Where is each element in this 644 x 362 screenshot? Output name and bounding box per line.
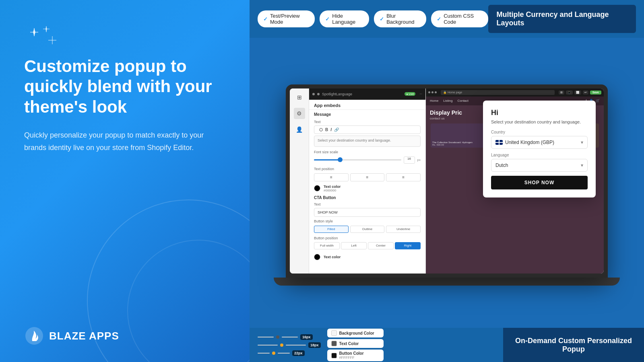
message-title: Message: [309, 110, 425, 118]
cta-text-input[interactable]: SHOP NOW: [314, 208, 421, 217]
nav-home[interactable]: Home: [430, 99, 438, 103]
sidebar-icon-gear[interactable]: ⚙: [294, 108, 305, 119]
fi-line-5: [258, 353, 270, 354]
text-color-label: Text color: [324, 185, 341, 189]
bg-color-label: Background Color: [339, 331, 374, 335]
color-controls: Background Color Text Color Button Color…: [327, 329, 384, 361]
bottom-right-text: On-Demand Custom Personalized Popup: [511, 337, 636, 354]
sub-text: Quickly personalize your popup to match …: [24, 129, 217, 154]
pos-center-btn[interactable]: Center: [368, 242, 394, 249]
top-bar-right: Multiple Currency and Language Layouts: [488, 5, 636, 33]
url-bar[interactable]: 🔒 Home page: [441, 90, 555, 95]
top-bar: ✓ Test/Preview Mode ✓ Hide Language ✓ Bl…: [250, 0, 644, 38]
fi-label-16: 16px: [300, 334, 313, 340]
product-card-1: The Collection Snowboard: Hydrogen Rs. 6…: [431, 123, 485, 148]
country-label: Country: [491, 130, 588, 134]
font-size-label: Font size scale: [309, 148, 425, 155]
background-color-control[interactable]: Background Color: [327, 329, 384, 337]
align-right-btn[interactable]: ≡: [386, 173, 421, 181]
toolbar-magic[interactable]: ⬡: [319, 128, 323, 132]
undo-icon[interactable]: ↩: [583, 90, 588, 95]
button-position-row: Full width Left Center Right: [309, 241, 425, 251]
laptop-container: ⊞ ⚙ 👤 SpotlightLanguage ● Live ···: [250, 38, 644, 328]
text-color-swatch[interactable]: [314, 185, 320, 191]
fi-label-18: 18px: [308, 342, 321, 348]
bottom-right: On-Demand Custom Personalized Popup: [503, 328, 644, 362]
fi-line-4: [286, 345, 306, 346]
product-price-1: Rs. 630.00: [432, 144, 483, 146]
cta-text-label: Text: [309, 201, 425, 207]
btn-color-swatch: [331, 353, 337, 358]
font-size-slider[interactable]: [314, 159, 401, 160]
badge-test-preview[interactable]: ✓ Test/Preview Mode: [258, 10, 315, 27]
style-outline-btn[interactable]: Outline: [350, 226, 385, 233]
blaze-logo-icon: [24, 326, 44, 346]
logo-text: BLAZE APPS: [49, 330, 119, 342]
style-filled-btn[interactable]: Filled: [314, 226, 349, 233]
pos-full-width-btn[interactable]: Full width: [314, 242, 340, 249]
language-chevron-icon: ▾: [581, 162, 583, 168]
toolbar-bold[interactable]: B: [325, 128, 328, 132]
sidebar-icon-grid[interactable]: ⊞: [294, 92, 305, 103]
sidebar-icon-user[interactable]: 👤: [294, 124, 305, 135]
align-center-btn[interactable]: ≡: [350, 173, 385, 181]
font-size-indicators: 16px 18px 22px: [258, 334, 321, 356]
nav-listing[interactable]: Listing: [443, 99, 452, 103]
px-label: px: [417, 158, 421, 162]
sparkles-decoration: [28, 24, 60, 55]
align-row: ≡ ≡ ≡: [309, 172, 425, 183]
font-size-input[interactable]: 16: [404, 156, 415, 164]
bg-color-swatch: [331, 330, 337, 336]
font-indicator-18: 18px: [258, 342, 321, 348]
dot1: [428, 91, 430, 93]
menu-dots[interactable]: ···: [419, 92, 422, 96]
text-color-bottom-label: Text color: [324, 255, 341, 259]
text-input-box[interactable]: Select your destination country and lang…: [314, 136, 421, 147]
nav-cart-icon[interactable]: 🛒: [596, 99, 600, 103]
badge-hide-language[interactable]: ✓ Hide Language: [320, 10, 369, 27]
style-underline-btn[interactable]: Underline: [386, 226, 421, 233]
popup-modal: Hi Select your destination country and l…: [483, 101, 596, 197]
badge-blur-background[interactable]: ✓ Blur Background: [374, 10, 426, 27]
pos-left-btn[interactable]: Left: [341, 242, 367, 249]
badge-custom-css-label: Custom CSS Code: [444, 13, 483, 25]
store-preview-topbar: 🔒 Home page ⊞ 📱 ⬜ ↩ Save: [426, 88, 604, 97]
fi-label-22: 22px: [292, 350, 305, 356]
topbar-dot-1: [312, 93, 315, 95]
fi-line-1: [258, 337, 274, 337]
toolbar-link[interactable]: 🔗: [334, 128, 339, 132]
fi-dot-2: [280, 343, 283, 347]
mobile-icon[interactable]: 📱: [566, 90, 573, 95]
fi-dot-3: [272, 352, 275, 355]
check-icon-4: ✓: [437, 16, 441, 22]
fi-line-2: [282, 337, 298, 337]
pos-right-btn[interactable]: Right: [395, 242, 421, 249]
badge-custom-css[interactable]: ✓ Custom CSS Code: [431, 10, 488, 27]
country-select[interactable]: United Kingdom (GBP) ▾: [491, 136, 588, 149]
button-color-control[interactable]: Button Color #FFFFFF: [327, 350, 384, 361]
laptop-screen: ⊞ ⚙ 👤 SpotlightLanguage ● Live ···: [290, 88, 604, 274]
shop-now-button[interactable]: SHOP NOW: [491, 176, 588, 189]
url-text: 🔒 Home page: [443, 91, 462, 94]
text-color-swatch-2[interactable]: [314, 254, 320, 260]
toolbar-italic[interactable]: I: [330, 128, 332, 132]
text-color-control[interactable]: Text Color: [327, 339, 384, 348]
chevron-down-icon: ▾: [581, 140, 583, 145]
nav-contact[interactable]: Contact: [457, 99, 469, 103]
button-position-label: Button position: [309, 234, 425, 241]
dot3: [435, 91, 437, 93]
text-label: Text: [309, 118, 425, 125]
bottom-left: 16px 18px 22px Ba: [250, 329, 503, 361]
save-button[interactable]: Save: [590, 90, 601, 95]
laptop-wrapper: ⊞ ⚙ 👤 SpotlightLanguage ● Live ···: [274, 84, 620, 286]
tablet-icon[interactable]: ⬜: [574, 90, 581, 95]
language-select[interactable]: Dutch ▾: [491, 159, 588, 172]
popup-desc: Select your destination country and lang…: [491, 119, 588, 124]
app-name-topbar: SpotlightLanguage: [322, 92, 402, 96]
slider-thumb: [338, 157, 343, 162]
text-color-ctrl-label: Text Color: [339, 341, 359, 346]
button-style-label: Button style: [309, 218, 425, 224]
app-embeds-title: App embeds: [309, 100, 425, 110]
align-left-btn[interactable]: ≡: [314, 173, 349, 181]
preview-icon[interactable]: ⊞: [559, 90, 564, 95]
